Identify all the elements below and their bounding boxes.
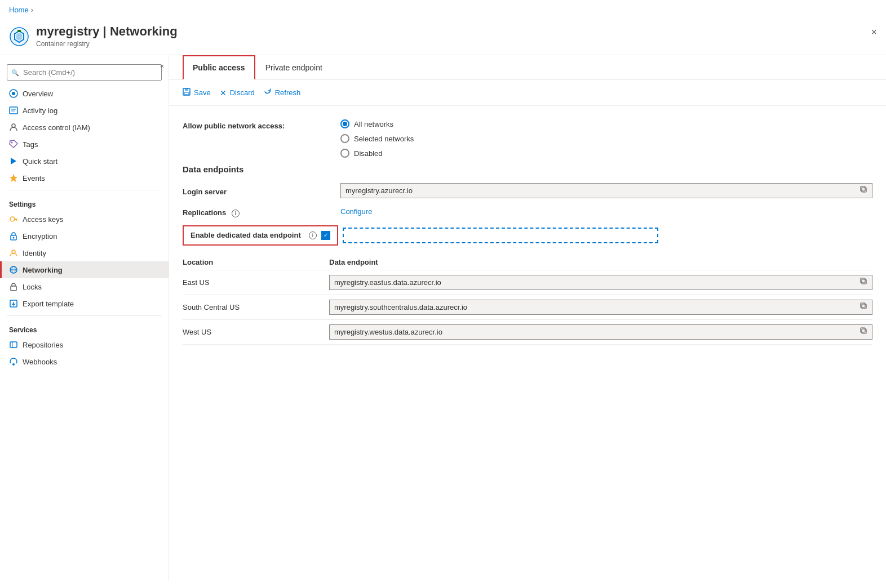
sidebar-item-label: Events	[23, 174, 45, 182]
sidebar-item-export-template[interactable]: Export template	[0, 295, 169, 312]
svg-rect-31	[185, 88, 188, 91]
sidebar-item-tags[interactable]: Tags	[0, 136, 169, 153]
sidebar-item-identity[interactable]: Identity	[0, 244, 169, 261]
breadcrumb: Home ›	[0, 0, 886, 20]
sidebar-search-area	[0, 60, 169, 85]
home-link[interactable]: Home	[9, 6, 29, 14]
svg-rect-6	[10, 107, 17, 114]
sidebar-item-label: Quick start	[23, 157, 57, 166]
sidebar-item-access-control[interactable]: Access control (IAM)	[0, 119, 169, 136]
svg-point-20	[12, 250, 15, 253]
sidebar-item-overview[interactable]: Overview	[0, 85, 169, 102]
sidebar-divider-services	[7, 315, 162, 316]
toolbar: Save ✕ Discard Refresh	[169, 80, 886, 106]
sidebar-item-locks[interactable]: Locks	[0, 278, 169, 295]
login-server-label: Login server	[183, 185, 340, 196]
radio-disabled[interactable]: Disabled	[340, 149, 872, 158]
save-icon	[183, 88, 191, 97]
svg-point-11	[11, 142, 13, 144]
search-input[interactable]	[7, 64, 162, 81]
tabs-container: Public access Private endpoint	[169, 55, 886, 80]
radio-circle-selected-networks	[340, 134, 349, 143]
copy-login-server-icon[interactable]	[860, 186, 868, 195]
dedicated-endpoint-info-icon[interactable]: i	[309, 231, 317, 239]
sidebar-item-quick-start[interactable]: Quick start	[0, 153, 169, 170]
endpoint-value-wrapper-0	[329, 275, 872, 290]
sidebar-item-label: Access keys	[23, 215, 63, 224]
copy-endpoint-icon-0[interactable]	[860, 278, 868, 287]
radio-selected-networks[interactable]: Selected networks	[340, 134, 872, 143]
svg-rect-34	[861, 186, 865, 191]
sidebar-divider-settings	[7, 190, 162, 190]
data-endpoints-title: Data endpoints	[183, 164, 872, 174]
sidebar-item-label: Tags	[23, 140, 38, 149]
overview-icon	[9, 89, 18, 98]
svg-marker-12	[11, 158, 16, 164]
locks-icon	[9, 282, 18, 291]
login-server-input	[340, 183, 872, 198]
discard-label: Discard	[230, 88, 255, 97]
refresh-icon	[264, 88, 272, 97]
tab-private-endpoint[interactable]: Private endpoint	[255, 55, 333, 80]
endpoint-location-1: South Central US	[183, 303, 329, 311]
sidebar-item-encryption[interactable]: Encryption	[0, 228, 169, 244]
copy-endpoint-icon-1[interactable]	[860, 302, 868, 312]
endpoint-input-0	[329, 275, 872, 290]
sidebar-item-networking[interactable]: Networking	[0, 261, 169, 278]
endpoint-table: Location Data endpoint East US	[183, 255, 872, 345]
content-body: Allow public network access: All network…	[169, 106, 886, 358]
login-server-row: Login server	[183, 183, 872, 198]
page-header: myregistry | Networking Container regist…	[0, 20, 886, 55]
dedicated-endpoint-checkbox[interactable]: ✓	[321, 231, 330, 240]
content-area: Public access Private endpoint Save ✕ Di…	[169, 55, 886, 581]
sidebar-item-access-keys[interactable]: Access keys	[0, 211, 169, 228]
identity-icon	[9, 248, 18, 257]
services-section-header: Services	[0, 319, 169, 336]
tab-public-access[interactable]: Public access	[183, 55, 255, 80]
registry-icon	[9, 26, 29, 47]
discard-icon: ✕	[220, 88, 227, 97]
refresh-label: Refresh	[275, 88, 301, 97]
endpoint-input-1	[329, 300, 872, 315]
endpoint-location-2: West US	[183, 328, 329, 336]
configure-link[interactable]: Configure	[340, 207, 372, 216]
data-endpoints-section: Data endpoints Login server	[183, 164, 872, 345]
endpoint-table-header: Location Data endpoint	[183, 255, 872, 270]
dedicated-endpoint-label: Enable dedicated data endpoint	[191, 231, 301, 239]
tags-icon	[9, 140, 18, 149]
endpoint-value-wrapper-1	[329, 300, 872, 315]
events-icon	[9, 173, 18, 182]
svg-rect-36	[861, 278, 865, 283]
svg-point-19	[13, 237, 15, 239]
radio-label-selected-networks: Selected networks	[354, 135, 414, 143]
main-container: « Overview Activity log Access control (…	[0, 55, 886, 581]
svg-point-5	[12, 92, 15, 95]
svg-rect-35	[862, 279, 866, 284]
copy-endpoint-icon-2[interactable]	[860, 327, 868, 337]
sidebar-collapse-button[interactable]: «	[160, 62, 164, 70]
svg-rect-38	[861, 303, 865, 308]
svg-rect-32	[184, 92, 189, 95]
endpoint-row-0: East US	[183, 270, 872, 295]
replications-info-icon[interactable]: i	[232, 210, 240, 217]
svg-rect-40	[861, 328, 865, 332]
replications-row: Replications i Configure	[183, 206, 872, 217]
close-button[interactable]: ×	[871, 26, 877, 38]
radio-all-networks[interactable]: All networks	[340, 119, 872, 128]
refresh-button[interactable]: Refresh	[264, 86, 301, 100]
replications-configure: Configure	[340, 207, 872, 216]
sidebar-item-activity-log[interactable]: Activity log	[0, 102, 169, 119]
discard-button[interactable]: ✕ Discard	[220, 86, 255, 100]
sidebar-item-webhooks[interactable]: Webhooks	[0, 353, 169, 370]
svg-marker-10	[10, 140, 17, 148]
sidebar-item-repositories[interactable]: Repositories	[0, 336, 169, 353]
svg-point-9	[12, 124, 15, 127]
sidebar-item-events[interactable]: Events	[0, 170, 169, 186]
webhooks-icon	[9, 357, 18, 366]
sidebar-item-label: Overview	[23, 90, 53, 98]
save-button[interactable]: Save	[183, 86, 211, 100]
svg-rect-3	[17, 30, 21, 32]
sidebar: « Overview Activity log Access control (…	[0, 55, 169, 581]
access-control-icon	[9, 123, 18, 132]
activity-log-icon	[9, 106, 18, 115]
